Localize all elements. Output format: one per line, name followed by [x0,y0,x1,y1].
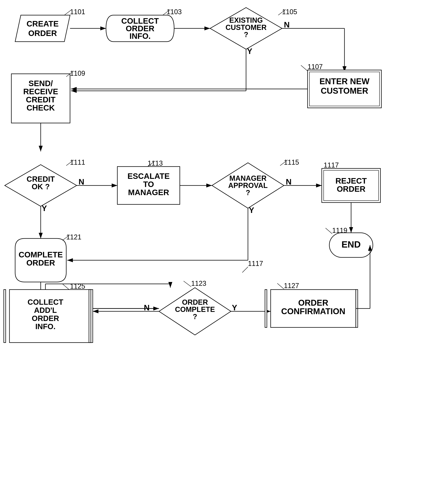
node-1105-label2: CUSTOMER [226,23,267,31]
node-1115-label2: APPROVAL [228,181,268,189]
ref-1119: 1119 [332,227,347,234]
node-1119-label: END [341,239,360,250]
node-1127-label2: CONFIRMATION [281,306,345,316]
node-1125-label4: INFO. [36,322,56,331]
node-1121-label2: ORDER [26,258,55,267]
node-1117-label: REJECT [335,176,367,185]
node-1113-label2: TO [143,180,154,189]
node-1101-label2: ORDER [28,29,57,38]
node-1117-label2: ORDER [337,184,365,193]
ref-1127: 1127 [284,282,299,289]
node-1115-label3: ? [246,189,250,197]
ref-1103: 1103 [167,8,182,16]
node-1123-label: ORDER [182,298,208,306]
label-n-1115: N [286,177,291,186]
ref-1123: 1123 [191,280,206,287]
node-1127-label: ORDER [298,298,328,307]
label-n-1111: N [79,177,84,186]
ref-1111: 1111 [70,158,85,166]
ref-1113: 1113 [148,159,163,167]
node-1103-label3: INFO. [129,32,151,40]
node-1111-label: CREDIT [27,175,55,183]
node-1125-label: COLLECT [28,298,63,306]
ref-1101: 1101 [70,8,85,16]
ref-1107: 1107 [307,63,323,71]
svg-marker-2 [15,15,70,42]
node-1123-label3: ? [193,313,197,321]
svg-rect-51 [265,289,267,327]
ref-1115: 1115 [284,158,299,166]
label-y-1123: Y [232,303,237,312]
node-1109-label2: RECEIVE [23,87,58,96]
node-1107-label: ENTER NEW [320,77,369,86]
ref-1109: 1109 [70,70,85,77]
label-n-1123: N [144,303,149,312]
label-n-1105: N [284,20,289,29]
node-1115-label: MANAGER [229,174,267,182]
node-1113-label3: MANAGER [128,188,169,197]
svg-rect-46 [4,289,6,342]
ref-1117-label: 1117 [248,260,263,268]
ref-1105: 1105 [282,8,297,16]
node-1107-label2: CUSTOMER [321,86,368,95]
node-1109-label: SEND/ [29,79,53,88]
label-y-1111: Y [42,204,47,213]
node-1111-label2: OK ? [32,182,50,191]
ref-1125: 1125 [70,282,85,290]
node-1125-label2: ADD'L [34,306,57,314]
node-1101-label: CREATE [26,19,59,28]
ref-1117: 1117 [324,161,339,169]
node-1113-label: ESCALATE [127,172,170,180]
node-1109-label4: CHECK [26,103,55,112]
node-1123-label2: COMPLETE [175,306,215,313]
node-1105-label: EXISTING [229,16,263,24]
flowchart-diagram: CREATE ORDER 1101 COLLECT ORDER INFO. 11… [0,0,448,504]
ref-1121: 1121 [66,233,81,241]
svg-rect-47 [89,289,91,342]
node-1121-label: COMPLETE [18,250,63,259]
node-1125-label3: ORDER [32,314,59,323]
label-y-1115: Y [249,206,254,215]
node-1109-label3: CREDIT [26,95,56,104]
node-1105-label3: ? [244,31,248,39]
label-y-1105: Y [247,47,252,56]
